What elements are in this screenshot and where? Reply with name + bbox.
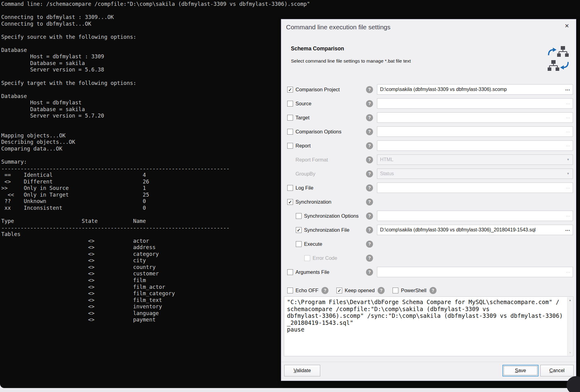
schema-compare-icon: [547, 46, 569, 72]
browse-button[interactable]: ...: [566, 183, 570, 193]
scrollbar[interactable]: ▲ ▾: [567, 297, 573, 356]
comparison-project-label: Comparison Project: [295, 87, 340, 93]
command-line-settings-dialog: Command line execution file settings ✕ S…: [281, 19, 576, 381]
log-file-label: Log File: [295, 185, 314, 191]
arguments-file-input[interactable]: [377, 267, 573, 277]
browse-button[interactable]: ...: [565, 84, 570, 95]
powershell-label: PowerShell: [401, 288, 426, 293]
row-target: Target ? ...: [287, 112, 573, 123]
synchronization-file-label: Synchronization File: [304, 227, 350, 233]
row-source: Source ? ...: [287, 98, 573, 109]
row-log-file: Log File ? ...: [287, 183, 573, 193]
scroll-up-icon[interactable]: ▲: [567, 299, 573, 302]
bat-file-textarea[interactable]: "C:\Program Files\Devart\dbForge Schema …: [284, 296, 573, 356]
source-label: Source: [295, 101, 311, 107]
help-icon[interactable]: ?: [366, 198, 373, 205]
arguments-file-checkbox[interactable]: [287, 269, 293, 275]
row-comparison-project: ✓Comparison Project ? D:\comp\sakila (db…: [287, 84, 573, 95]
help-icon[interactable]: ?: [366, 114, 373, 121]
help-icon[interactable]: ?: [366, 241, 373, 248]
report-label: Report: [295, 143, 311, 149]
comparison-options-input[interactable]: [377, 126, 573, 137]
synchronization-file-checkbox[interactable]: ✓: [296, 227, 302, 233]
help-icon[interactable]: ?: [366, 100, 373, 107]
target-input[interactable]: [377, 112, 573, 123]
browse-button[interactable]: ...: [565, 225, 570, 235]
row-synchronization-options: Synchronization Options ? ...: [287, 211, 573, 221]
help-icon[interactable]: ?: [366, 142, 373, 149]
keep-opened-checkbox[interactable]: ✓: [336, 288, 342, 293]
help-icon[interactable]: ?: [366, 227, 373, 234]
comparison-options-label: Comparison Options: [295, 129, 341, 135]
synchronization-checkbox[interactable]: ✓: [287, 199, 293, 205]
dialog-title: Command line execution file settings: [286, 24, 390, 31]
error-code-label: Error Code: [313, 255, 337, 261]
help-icon[interactable]: ?: [366, 86, 373, 93]
report-format-dropdown[interactable]: HTML: [377, 154, 573, 165]
help-icon[interactable]: ?: [378, 287, 385, 294]
dialog-footer: Validate Save Cancel ⋰: [281, 362, 576, 381]
source-input[interactable]: [377, 98, 573, 109]
comparison-options-checkbox[interactable]: [287, 129, 293, 135]
groupby-dropdown[interactable]: Status: [377, 169, 573, 179]
error-code-checkbox[interactable]: [304, 255, 310, 261]
synchronization-label: Synchronization: [295, 199, 331, 205]
powershell-checkbox[interactable]: [393, 288, 398, 293]
synchronization-options-checkbox[interactable]: [296, 213, 302, 219]
powershell-option: PowerShell ?: [393, 287, 436, 294]
browse-button[interactable]: ...: [566, 112, 570, 123]
arguments-file-label: Arguments File: [295, 269, 329, 275]
help-icon[interactable]: ?: [366, 269, 373, 276]
validate-button[interactable]: Validate: [284, 365, 320, 376]
bat-options-row: Echo OFF ? ✓ Keep opened ? PowerShell ?: [287, 287, 444, 294]
groupby-label: GroupBy: [295, 171, 315, 177]
row-synchronization-file: ✓Synchronization File ? D:\comp\sakila (…: [287, 225, 573, 235]
browse-button[interactable]: ...: [566, 98, 570, 109]
comparison-project-checkbox[interactable]: ✓: [287, 87, 293, 93]
close-icon[interactable]: ✕: [563, 22, 571, 30]
synchronization-file-input[interactable]: D:\comp\sakila (dbfmylast-3309 vs dbfmyl…: [377, 225, 573, 235]
cancel-button[interactable]: Cancel: [540, 365, 574, 376]
settings-form: ✓Comparison Project ? D:\comp\sakila (db…: [287, 84, 573, 281]
log-file-checkbox[interactable]: [287, 185, 293, 191]
report-checkbox[interactable]: [287, 143, 293, 149]
help-icon[interactable]: ?: [366, 128, 373, 135]
row-groupby: GroupBy ? Status▼: [287, 169, 573, 179]
row-execute: Execute ?: [287, 239, 573, 249]
browse-button[interactable]: ...: [566, 267, 570, 277]
save-button[interactable]: Save: [502, 365, 538, 376]
target-checkbox[interactable]: [287, 115, 293, 121]
report-format-label: Report Format: [295, 157, 328, 163]
scroll-down-icon[interactable]: ▾: [567, 351, 573, 354]
row-synchronization: ✓Synchronization ?: [287, 197, 573, 207]
help-icon[interactable]: ?: [430, 287, 437, 294]
help-icon[interactable]: ?: [366, 170, 373, 177]
browse-button[interactable]: ...: [566, 140, 570, 151]
help-icon[interactable]: ?: [366, 184, 373, 191]
section-subtitle: Select command line file settings to man…: [291, 58, 411, 64]
synchronization-options-input[interactable]: [377, 211, 573, 221]
chevron-down-icon: ▼: [567, 154, 570, 165]
echo-off-checkbox[interactable]: [287, 288, 293, 293]
help-icon[interactable]: ?: [366, 255, 373, 262]
help-icon[interactable]: ?: [366, 212, 373, 220]
browse-button[interactable]: ...: [566, 126, 570, 137]
chevron-down-icon: ▼: [567, 169, 570, 179]
target-label: Target: [295, 115, 310, 121]
help-icon[interactable]: ?: [366, 156, 373, 163]
row-error-code: Error Code ?: [287, 253, 573, 263]
row-report: Report ? ...: [287, 140, 573, 151]
echo-off-option: Echo OFF ?: [287, 287, 328, 294]
source-checkbox[interactable]: [287, 101, 293, 107]
keep-opened-label: Keep opened: [345, 288, 375, 293]
browse-button[interactable]: ...: [566, 211, 570, 221]
log-file-input[interactable]: [377, 183, 573, 193]
execute-checkbox[interactable]: [296, 241, 302, 247]
echo-off-label: Echo OFF: [295, 288, 318, 293]
row-comparison-options: Comparison Options ? ...: [287, 126, 573, 137]
keep-opened-option: ✓ Keep opened ?: [336, 287, 385, 294]
help-icon[interactable]: ?: [321, 287, 328, 294]
row-report-format: Report Format ? HTML▼: [287, 154, 573, 165]
report-input[interactable]: [377, 140, 573, 151]
comparison-project-input[interactable]: D:\comp\sakila (dbfmylast-3309 vs dbfmyl…: [377, 84, 573, 95]
